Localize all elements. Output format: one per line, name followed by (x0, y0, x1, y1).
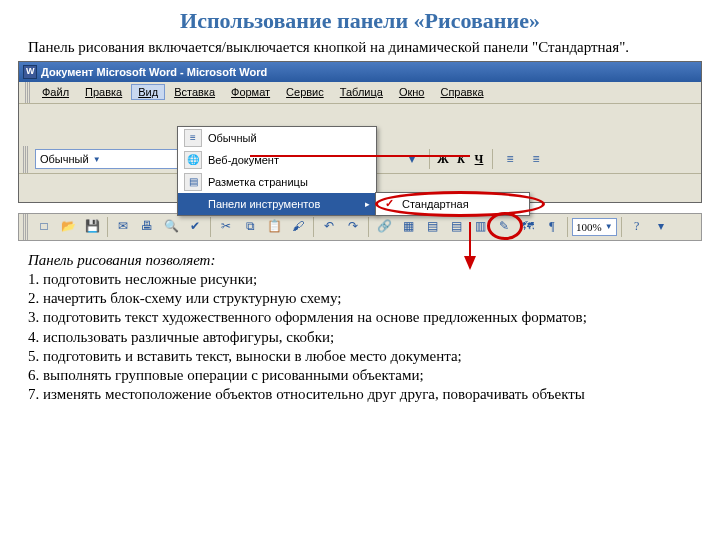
mail-icon[interactable]: ✉ (112, 216, 134, 238)
help-icon[interactable]: ? (626, 216, 648, 238)
drawing-toolbar-button[interactable]: ✎ (493, 216, 515, 238)
separator (368, 217, 369, 237)
new-doc-icon[interactable]: □ (33, 216, 55, 238)
separator (492, 149, 493, 169)
layout-view-icon: ▤ (184, 173, 202, 191)
capability-item: 3. подготовить текст художественного офо… (28, 308, 692, 327)
tables-icon[interactable]: ▦ (397, 216, 419, 238)
document-map-icon[interactable]: 🗺 (517, 216, 539, 238)
align-left-icon[interactable]: ≡ (499, 148, 521, 170)
window-title: Документ Microsoft Word - Microsoft Word (41, 66, 267, 78)
titlebar: Документ Microsoft Word - Microsoft Word (19, 62, 701, 82)
capability-item: 4. использовать различные автофигуры, ск… (28, 328, 692, 347)
separator (210, 217, 211, 237)
capability-item: 2. начертить блок-схему или структурную … (28, 289, 692, 308)
separator (107, 217, 108, 237)
submenu-arrow-icon: ▸ (365, 199, 370, 209)
grip (23, 146, 29, 173)
view-page-layout[interactable]: ▤ Разметка страницы (178, 171, 376, 193)
insert-table-icon[interactable]: ▤ (421, 216, 443, 238)
spellcheck-icon[interactable]: ✔ (184, 216, 206, 238)
menubar: Файл Правка Вид Вставка Формат Сервис Та… (19, 82, 701, 104)
menu-help[interactable]: Справка (433, 84, 490, 100)
menu-insert[interactable]: Вставка (167, 84, 222, 100)
menu-service[interactable]: Сервис (279, 84, 331, 100)
show-paragraph-icon[interactable]: ¶ (541, 216, 563, 238)
underline-button[interactable]: Ч (472, 148, 486, 170)
capability-item: 1. подготовить несложные рисунки; (28, 270, 692, 289)
slide-title: Использование панели «Рисование» (0, 0, 720, 38)
separator (621, 217, 622, 237)
grip (23, 214, 29, 240)
view-toolbars[interactable]: Панели инструментов ▸ (178, 193, 376, 215)
preview-icon[interactable]: 🔍 (160, 216, 182, 238)
print-icon[interactable]: 🖶 (136, 216, 158, 238)
view-normal[interactable]: ≡ Обычный (178, 127, 376, 149)
paste-icon[interactable]: 📋 (263, 216, 285, 238)
copy-icon[interactable]: ⧉ (239, 216, 261, 238)
web-view-icon: 🌐 (184, 151, 202, 169)
description-lead: Панель рисования позволяет: (28, 251, 692, 270)
word-icon (23, 65, 37, 79)
style-combo[interactable]: Обычный▼ (35, 149, 195, 169)
view-dropdown: ≡ Обычный 🌐 Веб-документ ▤ Разметка стра… (177, 126, 377, 216)
capability-item: 6. выполнять групповые операции с рисова… (28, 366, 692, 385)
menu-table[interactable]: Таблица (333, 84, 390, 100)
menu-view[interactable]: Вид (131, 84, 165, 100)
grip (25, 82, 31, 103)
toolbar-options-icon[interactable]: ▾ (650, 216, 672, 238)
description: Панель рисования позволяет: 1. подготови… (0, 241, 720, 411)
separator (313, 217, 314, 237)
slide-intro: Панель рисования включается/выключается … (0, 38, 720, 61)
check-icon: ✓ (382, 197, 396, 211)
cut-icon[interactable]: ✂ (215, 216, 237, 238)
menu-edit[interactable]: Правка (78, 84, 129, 100)
separator (429, 149, 430, 169)
normal-view-icon: ≡ (184, 129, 202, 147)
capability-item: 5. подготовить и вставить текст, выноски… (28, 347, 692, 366)
standard-toolbar: □ 📂 💾 ✉ 🖶 🔍 ✔ ✂ ⧉ 📋 🖌 ↶ ↷ 🔗 ▦ ▤ ▤ ▥ ✎ 🗺 … (18, 213, 702, 241)
separator (567, 217, 568, 237)
italic-button[interactable]: К (454, 148, 468, 170)
bold-button[interactable]: Ж (436, 148, 450, 170)
chevron-down-icon[interactable]: ▾ (401, 148, 423, 170)
menu-window[interactable]: Окно (392, 84, 432, 100)
menu-file[interactable]: Файл (35, 84, 76, 100)
columns-icon[interactable]: ▥ (469, 216, 491, 238)
view-web[interactable]: 🌐 Веб-документ (178, 149, 376, 171)
open-icon[interactable]: 📂 (57, 216, 79, 238)
format-painter-icon[interactable]: 🖌 (287, 216, 309, 238)
menu-format[interactable]: Формат (224, 84, 277, 100)
excel-icon[interactable]: ▤ (445, 216, 467, 238)
submenu-standard[interactable]: ✓ Стандартная (376, 193, 529, 215)
save-icon[interactable]: 💾 (81, 216, 103, 238)
word-app-window: Документ Microsoft Word - Microsoft Word… (18, 61, 702, 203)
align-right-icon[interactable]: ≡ (525, 148, 547, 170)
zoom-combo[interactable]: 100%▼ (572, 218, 617, 236)
capability-item: 7. изменять местоположение объектов отно… (28, 385, 692, 404)
hyperlink-icon[interactable]: 🔗 (373, 216, 395, 238)
undo-icon[interactable]: ↶ (318, 216, 340, 238)
toolbars-submenu: ✓ Стандартная (375, 192, 530, 216)
redo-icon[interactable]: ↷ (342, 216, 364, 238)
